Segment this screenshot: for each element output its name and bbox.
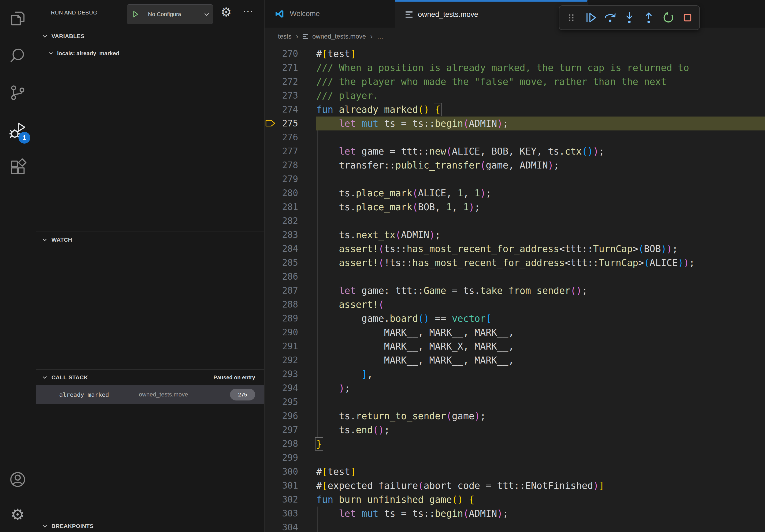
code-line[interactable]: 293 ], [265,367,765,381]
continue-icon[interactable] [583,10,598,25]
code-line[interactable]: 275 let mut ts = ts::begin(ADMIN); [265,117,765,131]
code-line[interactable]: 298} [265,437,765,451]
code-line[interactable]: 285 assert!(!ts::has_most_recent_for_add… [265,256,765,270]
code-line-content[interactable]: ], [316,367,765,381]
code-line-content[interactable]: ts.place_mark(ALICE, 1, 1); [316,186,765,200]
extensions-icon[interactable] [0,158,35,176]
code-line[interactable]: 294 ); [265,381,765,395]
call-stack-frame[interactable]: already_marked owned_tests.move 275 [36,385,264,404]
line-number[interactable]: 282 [265,214,316,228]
line-number[interactable]: 279 [265,172,316,186]
code-line[interactable]: 270#[test] [265,47,765,61]
code-line[interactable]: 273/// player. [265,89,765,103]
code-line-content[interactable]: assert!(!ts::has_most_recent_for_address… [316,256,765,270]
code-line[interactable]: 284 assert!(ts::has_most_recent_for_addr… [265,242,765,256]
code-line[interactable]: 274fun already_marked() { [265,103,765,117]
step-over-icon[interactable] [602,10,618,25]
line-number[interactable]: 272 [265,75,316,89]
code-line-content[interactable]: ); [316,381,765,395]
line-number[interactable]: 302 [265,493,316,507]
restart-icon[interactable] [661,10,676,25]
code-line[interactable]: 276 [265,131,765,144]
line-number[interactable]: 297 [265,423,316,437]
line-number[interactable]: 281 [265,200,316,214]
line-number[interactable]: 293 [265,367,316,381]
line-number[interactable]: 286 [265,270,316,284]
code-line[interactable]: 280 ts.place_mark(ALICE, 1, 1); [265,186,765,200]
code-line-content[interactable]: game.board() == vector[ [316,312,765,326]
code-line-content[interactable]: #[test] [316,465,765,479]
code-line-content[interactable]: let mut ts = ts::begin(ADMIN); [316,117,765,131]
line-number[interactable]: 289 [265,312,316,326]
breakpoints-section-header[interactable]: BREAKPOINTS [42,520,94,532]
code-line[interactable]: 300#[test] [265,465,765,479]
more-actions-icon[interactable]: ⋯ [243,6,253,17]
line-number[interactable]: 300 [265,465,316,479]
code-line[interactable]: 277 let game = ttt::new(ALICE, BOB, KEY,… [265,144,765,158]
line-number[interactable]: 288 [265,298,316,312]
tab-welcome[interactable]: Welcome [265,0,395,28]
code-line[interactable]: 283 ts.next_tx(ADMIN); [265,228,765,242]
step-into-icon[interactable] [622,10,637,25]
code-line-content[interactable]: #[expected_failure(abort_code = ttt::ENo… [316,479,765,493]
code-line-content[interactable]: assert!( [316,298,765,312]
breadcrumb-more[interactable]: … [377,33,383,40]
line-number[interactable]: 298 [265,437,316,451]
breadcrumb-file[interactable]: owned_tests.move [312,33,366,40]
debug-config-dropdown[interactable]: No Configura [127,4,213,24]
line-number[interactable]: 270 [265,47,316,61]
line-number[interactable]: 278 [265,158,316,172]
line-number[interactable]: 303 [265,507,316,520]
line-number[interactable]: 294 [265,381,316,395]
accounts-icon[interactable] [0,471,35,488]
code-line-content[interactable]: ts.return_to_sender(game); [316,409,765,423]
code-line-content[interactable]: ts.next_tx(ADMIN); [316,228,765,242]
code-line-content[interactable]: /// When a position is already marked, t… [316,61,765,75]
code-line[interactable]: 296 ts.return_to_sender(game); [265,409,765,423]
code-line-content[interactable] [316,172,765,186]
toolbar-drag-handle[interactable] [564,10,579,25]
code-line[interactable]: 271/// When a position is already marked… [265,61,765,75]
settings-gear-icon[interactable]: ⚙ [0,507,35,522]
code-line-content[interactable] [316,395,765,409]
code-line[interactable]: 304 [265,520,765,532]
debug-settings-gear-icon[interactable]: ⚙ [221,6,232,18]
line-number[interactable]: 277 [265,144,316,158]
line-number[interactable]: 292 [265,353,316,367]
line-number[interactable]: 275 [265,117,316,131]
line-number[interactable]: 273 [265,89,316,103]
code-line[interactable]: 299 [265,451,765,465]
line-number[interactable]: 271 [265,61,316,75]
code-line-content[interactable]: ts.end(); [316,423,765,437]
breadcrumb-folder[interactable]: tests [278,33,292,40]
code-line-content[interactable]: MARK__, MARK__, MARK__, [316,326,765,339]
line-number[interactable]: 296 [265,409,316,423]
code-line-content[interactable]: } [316,437,765,451]
start-debug-icon[interactable] [127,5,144,24]
code-editor[interactable]: 270#[test]271/// When a position is alre… [265,45,765,532]
code-line-content[interactable]: /// the player who made the "false" move… [316,75,765,89]
code-line[interactable]: 302fun burn_unfinished_game() { [265,493,765,507]
code-line-content[interactable]: ts.place_mark(BOB, 1, 1); [316,200,765,214]
code-line[interactable]: 286 [265,270,765,284]
code-line[interactable]: 290 MARK__, MARK__, MARK__, [265,326,765,339]
code-line[interactable]: 295 [265,395,765,409]
code-line[interactable]: 288 assert!( [265,298,765,312]
line-number[interactable]: 304 [265,520,316,532]
code-line[interactable]: 289 game.board() == vector[ [265,312,765,326]
code-line[interactable]: 282 [265,214,765,228]
line-number[interactable]: 291 [265,339,316,353]
explorer-icon[interactable] [0,10,35,27]
stop-icon[interactable] [680,10,695,25]
line-number[interactable]: 274 [265,103,316,117]
code-line-content[interactable] [316,131,765,144]
code-line-content[interactable] [316,214,765,228]
variables-section-header[interactable]: VARIABLES [42,30,84,42]
line-number[interactable]: 276 [265,131,316,144]
watch-section-header[interactable]: WATCH [42,234,72,246]
code-line-content[interactable]: fun already_marked() { [316,103,765,117]
code-line[interactable]: 303 let mut ts = ts::begin(ADMIN); [265,507,765,520]
line-number[interactable]: 280 [265,186,316,200]
code-line-content[interactable]: assert!(ts::has_most_recent_for_address<… [316,242,765,256]
code-line-content[interactable] [316,270,765,284]
